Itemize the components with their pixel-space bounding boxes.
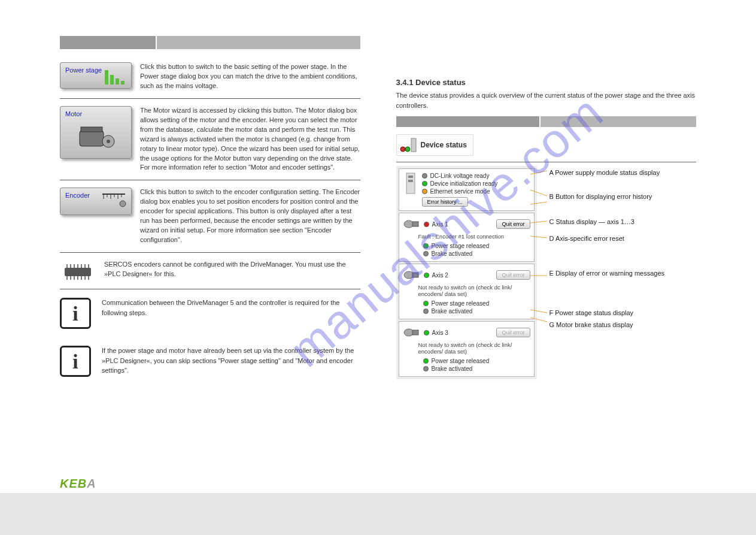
svg-rect-3 xyxy=(121,81,125,84)
error-history-button[interactable]: Error history ... xyxy=(422,197,468,207)
note: i Communication between the DriveManager… xyxy=(60,289,360,337)
axis-name: Axis 1 xyxy=(432,221,448,228)
left-section-bar xyxy=(60,36,360,49)
svg-point-15 xyxy=(120,201,126,207)
axis-box: Axis 3Quit errorNot ready to switch on (… xyxy=(399,321,535,377)
svg-rect-33 xyxy=(411,138,416,152)
status-text: Power stage released xyxy=(432,243,490,249)
info-icon: i xyxy=(60,298,91,329)
callout-g: G Motor brake status display xyxy=(549,321,699,329)
svg-point-6 xyxy=(107,140,110,143)
status-text: Device initialization ready xyxy=(430,180,498,187)
axis-name: Axis 3 xyxy=(432,330,448,336)
power-stage-button[interactable]: Power stage xyxy=(60,62,132,89)
sercos-chip-icon xyxy=(60,260,96,284)
svg-rect-4 xyxy=(80,131,104,146)
callout-d: D Axis-specific error reset xyxy=(549,234,699,243)
info-icon: i xyxy=(60,346,91,377)
status-text: Ethernet service mode xyxy=(430,188,490,195)
status-text: DC-Link voltage ready xyxy=(430,173,490,179)
status-text: Power stage released xyxy=(432,300,490,307)
quit-error-button: Quit error xyxy=(496,328,530,337)
callout-e: E Display of error or warning messages xyxy=(549,269,699,277)
status-text: Brake activated xyxy=(432,308,473,315)
callout-c: C Status display — axis 1…3 xyxy=(549,217,699,226)
svg-rect-7 xyxy=(81,127,102,132)
keba-logo: KEBA xyxy=(60,477,96,491)
status-text: Brake activated xyxy=(432,365,473,372)
encoder-button[interactable]: Encoder xyxy=(60,188,132,215)
note-text: Communication between the DriveManager 5… xyxy=(102,298,360,318)
svg-rect-36 xyxy=(408,180,413,182)
axis-name: Axis 2 xyxy=(432,272,448,279)
button-label: Power stage xyxy=(65,67,102,74)
table-row: Encoder Click this button to switch to t… xyxy=(60,180,360,253)
button-label: Motor xyxy=(65,110,82,117)
svg-point-31 xyxy=(400,147,405,152)
svg-rect-40 xyxy=(412,273,418,277)
motor-icon xyxy=(75,125,117,155)
page-footer xyxy=(0,493,756,535)
svg-rect-42 xyxy=(412,330,418,335)
device-status-header: Device status xyxy=(396,134,473,156)
axis-icon xyxy=(403,217,421,231)
callout-b: B Button for displaying error history xyxy=(549,192,699,201)
power-supply-box: DC-Link voltage ready Device initializat… xyxy=(399,168,535,211)
axis-icon xyxy=(403,268,421,282)
table-row: Power stage Click this button to switch … xyxy=(60,55,360,99)
psu-icon xyxy=(403,172,418,207)
section-description: The device status provides a quick overv… xyxy=(396,90,697,110)
quit-error-button[interactable]: Quit error xyxy=(496,219,530,229)
cell-description: Click this button to switch to the basic… xyxy=(140,62,360,91)
svg-rect-1 xyxy=(110,75,114,84)
axis-message: Not ready to switch on (check dc link/ e… xyxy=(403,284,530,297)
svg-rect-0 xyxy=(105,70,108,84)
axis-icon xyxy=(403,325,421,340)
svg-rect-38 xyxy=(412,222,418,226)
axis-message: Not ready to switch on (check dc link/ e… xyxy=(403,341,530,355)
motor-button[interactable]: Motor xyxy=(60,106,132,159)
note-text: If the power stage and motor have alread… xyxy=(102,346,360,376)
callout-a: A Power supply module status display xyxy=(549,168,699,177)
note: i If the power stage and motor have alre… xyxy=(60,337,360,385)
right-section-bar xyxy=(396,116,697,127)
axis-box: Axis 2Quit errorNot ready to switch on (… xyxy=(399,264,535,319)
status-text: Brake activated xyxy=(432,250,473,257)
svg-rect-2 xyxy=(116,78,119,84)
ruler-icon xyxy=(101,192,127,207)
axis-message: Fault : Encoder #1 lost connection xyxy=(403,233,530,240)
section-heading: 3.4.1 Device status xyxy=(396,78,697,87)
axis-box: Axis 1Quit errorFault : Encoder #1 lost … xyxy=(399,213,535,262)
callout-f: F Power stage status display xyxy=(549,309,699,317)
cell-description: Click this button to switch to the encod… xyxy=(140,188,360,245)
svg-rect-16 xyxy=(65,268,91,276)
status-text: Power stage released xyxy=(432,358,490,364)
cell-description: SERCOS encoders cannot be configured wit… xyxy=(104,260,360,279)
device-status-label: Device status xyxy=(421,141,467,149)
quit-error-button: Quit error xyxy=(496,270,530,280)
table-row: Motor The Motor wizard is accessed by cl… xyxy=(60,99,360,181)
svg-point-32 xyxy=(405,147,410,152)
device-head-icon xyxy=(399,137,417,153)
status-panel: DC-Link voltage ready Device initializat… xyxy=(396,166,537,379)
cell-description: The Motor wizard is accessed by clicking… xyxy=(140,106,360,173)
table-row: SERCOS encoders cannot be configured wit… xyxy=(60,253,360,291)
svg-rect-35 xyxy=(408,176,413,178)
button-label: Encoder xyxy=(65,192,90,199)
